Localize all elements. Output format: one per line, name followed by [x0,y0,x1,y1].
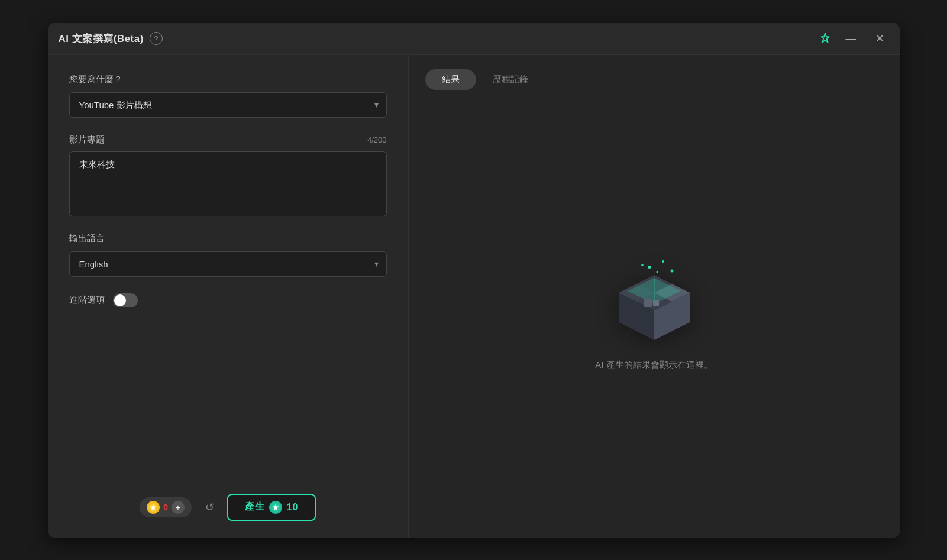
generate-label: 產生 [245,501,264,513]
advanced-row: 進階選項 [69,293,387,307]
app-window: AI 文案撰寫(Beta) ? — ✕ 您要寫什麼？ YouTu [48,23,900,538]
lang-dropdown[interactable]: English [69,251,387,277]
svg-rect-10 [653,300,659,306]
result-area: AI 產生的結果會顯示在這裡。 [425,102,883,523]
credit-star-icon [147,501,160,514]
svg-point-12 [662,260,664,263]
empty-state-text: AI 產生的結果會顯示在這裡。 [595,360,712,371]
tab-history[interactable]: 歷程記錄 [476,69,545,90]
refresh-button[interactable]: ↺ [200,498,219,517]
svg-point-11 [648,266,651,269]
right-panel: 結果 歷程記錄 [409,55,900,538]
tab-results[interactable]: 結果 [425,69,476,90]
topic-textarea[interactable]: 未來科技 [69,151,387,216]
title-bar: AI 文案撰寫(Beta) ? — ✕ [48,23,900,55]
svg-point-15 [641,264,644,266]
credit-pill[interactable]: 0 + [140,497,192,517]
main-content: 您要寫什麼？ YouTube 影片構想 ▾ 影片專題 4/200 未來科技 輸出… [48,55,900,538]
svg-point-13 [670,269,673,272]
toggle-knob [114,294,126,306]
generate-star-icon [269,501,282,514]
generate-button[interactable]: 產生 10 [227,494,316,521]
svg-marker-1 [273,504,279,510]
advanced-toggle[interactable] [113,293,138,307]
char-count: 4/200 [367,135,387,144]
content-type-wrapper: YouTube 影片構想 ▾ [69,92,387,118]
add-credit-button[interactable]: + [172,501,185,514]
what-label: 您要寫什麼？ [69,74,387,85]
minimize-button[interactable]: — [841,30,861,47]
tabs-row: 結果 歷程記錄 [425,69,883,90]
pin-button[interactable] [819,32,832,45]
topic-header: 影片專題 4/200 [69,134,387,145]
app-title: AI 文案撰寫(Beta) [59,32,144,46]
generate-count: 10 [287,502,298,513]
advanced-label: 進階選項 [69,294,105,306]
credit-count: 0 [163,503,168,512]
bottom-bar: 0 + ↺ 產生 10 [69,494,387,521]
lang-wrapper: English ▾ [69,251,387,277]
svg-marker-0 [150,504,157,510]
svg-rect-9 [644,299,652,307]
close-button[interactable]: ✕ [871,30,889,47]
svg-point-14 [656,271,658,273]
empty-state-illustration [607,254,702,343]
topic-label: 影片專題 [69,134,105,145]
help-icon[interactable]: ? [150,32,163,45]
title-actions: — ✕ [819,30,889,47]
content-type-dropdown[interactable]: YouTube 影片構想 [69,92,387,118]
left-panel: 您要寫什麼？ YouTube 影片構想 ▾ 影片專題 4/200 未來科技 輸出… [48,55,409,538]
lang-label: 輸出語言 [69,233,387,244]
